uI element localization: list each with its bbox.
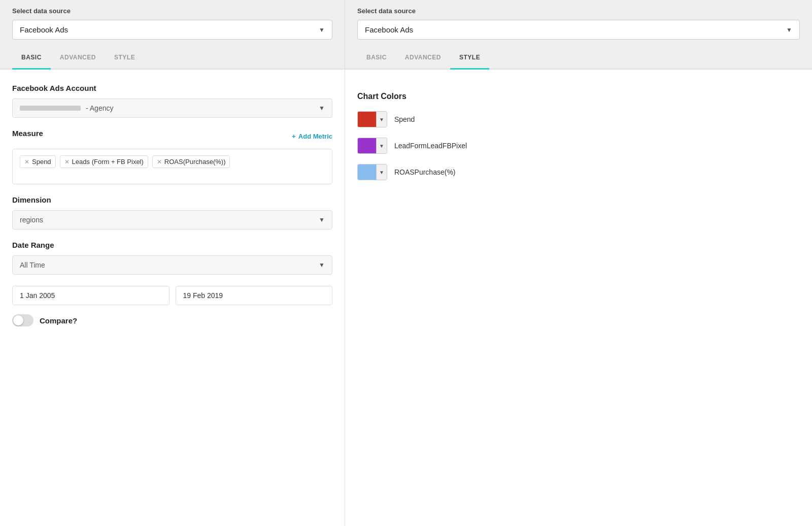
leads-color-swatch-container[interactable]: ▼ [357,138,387,154]
measure-section: Measure + Add Metric ✕ Spend ✕ Leads (Fo… [12,129,332,184]
leads-color-dropdown-btn[interactable]: ▼ [376,138,387,153]
left-tab-advanced[interactable]: ADVANCED [51,47,105,70]
left-data-source-dropdown[interactable]: Facebook Ads ▼ [12,20,332,40]
roas-color-label: ROASPurchase(%) [394,168,456,176]
end-date-input[interactable] [176,286,333,305]
right-tab-style[interactable]: STYLE [450,47,489,70]
metrics-box: ✕ Spend ✕ Leads (Form + FB Pixel) ✕ ROAS… [12,149,332,184]
compare-row: Compare? [12,314,332,326]
left-datasource-arrow-icon: ▼ [319,26,325,34]
measure-header: Measure + Add Metric [12,129,332,144]
left-tabs-bar: BASIC ADVANCED STYLE [0,47,345,70]
metric-spend-label: Spend [32,158,51,166]
spend-color-dropdown-btn[interactable]: ▼ [376,112,387,127]
left-tab-basic[interactable]: BASIC [12,47,51,70]
right-data-source-dropdown[interactable]: Facebook Ads ▼ [357,20,800,40]
date-range-arrow-icon: ▼ [319,261,325,269]
dimension-dropdown-arrow-icon: ▼ [319,216,325,223]
leads-color-label: LeadFormLeadFBPixel [394,142,467,150]
remove-leads-icon[interactable]: ✕ [64,158,70,166]
left-tab-style[interactable]: STYLE [105,47,144,70]
date-inputs [12,286,332,305]
remove-spend-icon[interactable]: ✕ [24,158,29,166]
dimension-dropdown[interactable]: regions ▼ [12,210,332,229]
right-datasource-arrow-icon: ▼ [786,26,792,34]
left-data-source-value: Facebook Ads [20,25,68,34]
right-header-label: Select data source [357,7,800,15]
roas-color-dropdown-btn[interactable]: ▼ [376,165,387,180]
date-range-section: Date Range All Time ▼ [12,241,332,305]
roas-color-swatch [358,165,376,180]
left-panel-content: Facebook Ads Account - Agency ▼ Measure … [0,70,345,341]
dimension-label: Dimension [12,195,332,204]
account-value: - Agency [20,104,113,112]
left-header-label: Select data source [12,7,332,15]
color-row-leads: ▼ LeadFormLeadFBPixel [357,138,800,154]
account-label: Facebook Ads Account [12,84,332,92]
add-metric-button[interactable]: + Add Metric [292,133,332,140]
redacted-account-bar [20,106,81,111]
compare-label: Compare? [40,316,77,325]
start-date-input[interactable] [12,286,170,305]
left-header: Select data source Facebook Ads ▼ [0,0,345,47]
add-metric-label: Add Metric [298,133,332,140]
right-panel-content: Chart Colors ▼ Spend ▼ LeadFormLeadFBPi [345,70,812,205]
chart-colors-title: Chart Colors [357,92,800,101]
metric-leads-label: Leads (Form + FB Pixel) [72,158,144,166]
right-data-source-value: Facebook Ads [365,25,413,34]
roas-color-swatch-container[interactable]: ▼ [357,164,387,180]
metric-roas-label: ROAS(Purchase(%)) [164,158,226,166]
right-tabs-bar: BASIC ADVANCED STYLE [345,47,812,70]
right-tab-advanced[interactable]: ADVANCED [396,47,450,70]
metric-tag-roas: ✕ ROAS(Purchase(%)) [152,155,230,168]
right-header: Select data source Facebook Ads ▼ [345,0,812,47]
date-range-value: All Time [20,261,45,269]
spend-color-swatch-container[interactable]: ▼ [357,111,387,127]
color-row-roas: ▼ ROASPurchase(%) [357,164,800,180]
spend-color-swatch [358,112,376,127]
remove-roas-icon[interactable]: ✕ [157,158,162,166]
date-range-label: Date Range [12,241,332,249]
spend-color-label: Spend [394,115,415,123]
leads-color-swatch [358,138,376,153]
dimension-section: Dimension regions ▼ [12,195,332,229]
account-dropdown[interactable]: - Agency ▼ [12,98,332,118]
account-agency-text: - Agency [86,104,113,112]
metric-tag-spend: ✕ Spend [20,155,56,168]
compare-toggle[interactable] [12,314,33,326]
dimension-value: regions [20,216,43,224]
metric-tag-leads: ✕ Leads (Form + FB Pixel) [60,155,148,168]
chart-colors-section: Chart Colors ▼ Spend ▼ LeadFormLeadFBPi [357,92,800,180]
measure-label: Measure [12,129,43,138]
date-range-dropdown[interactable]: All Time ▼ [12,255,332,275]
right-tab-basic[interactable]: BASIC [357,47,396,70]
right-panel: Select data source Facebook Ads ▼ BASIC … [345,0,812,526]
left-panel: Select data source Facebook Ads ▼ BASIC … [0,0,345,526]
plus-icon: + [292,133,296,140]
color-row-spend: ▼ Spend [357,111,800,127]
account-dropdown-arrow-icon: ▼ [319,105,325,112]
